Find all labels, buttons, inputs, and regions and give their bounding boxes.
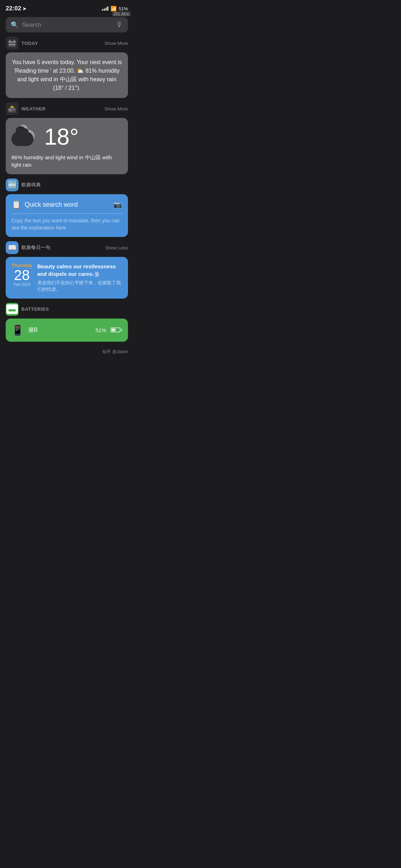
daily-sentence-card: Thursday 28 Feb 2019 Beauty calms our re… bbox=[6, 257, 128, 298]
daily-sentence-section-header: 📖 欧路每日一句 Show Less bbox=[6, 241, 128, 254]
cloud-icon bbox=[11, 126, 40, 148]
camera-icon[interactable]: 📷 bbox=[113, 200, 122, 209]
weather-show-more-button[interactable]: Show More bbox=[104, 106, 128, 112]
sentence-english: Beauty calms our restlessness and dispel… bbox=[37, 263, 122, 278]
svg-rect-5 bbox=[9, 44, 11, 45]
svg-rect-7 bbox=[14, 44, 15, 45]
temperature-display: 18° bbox=[44, 124, 79, 150]
search-placeholder: Search bbox=[22, 21, 112, 29]
today-show-more-button[interactable]: Show More bbox=[104, 41, 128, 46]
battery-level-text: 51% bbox=[96, 327, 106, 333]
ouludict-section-title: 欧路词典 bbox=[21, 182, 41, 188]
phone-icon: 📱 bbox=[11, 324, 24, 336]
svg-rect-2 bbox=[8, 41, 16, 43]
batteries-app-icon: ▬ bbox=[6, 303, 19, 316]
daily-sentence-app-icon: 📖 bbox=[6, 241, 19, 254]
ouludict-section-header: 🔤 欧路词典 bbox=[6, 179, 128, 191]
daily-sentence-section-title: 欧路每日一句 bbox=[21, 244, 50, 251]
status-time: 22:02 ➤ bbox=[6, 5, 26, 12]
battery-percentage: 51% bbox=[119, 6, 128, 11]
today-widget-section: TODAY Show More You have 5 events today.… bbox=[6, 37, 128, 98]
today-card-text: You have 5 events today. Your next event… bbox=[11, 58, 122, 92]
svg-rect-6 bbox=[11, 44, 13, 45]
sentence-chinese: 美使我们不安的心平静下来，也驱散了我们的忧虑。 bbox=[37, 280, 122, 293]
weather-section-title: WEATHER bbox=[21, 106, 46, 112]
weather-app-icon bbox=[6, 102, 19, 115]
ouludict-card[interactable]: 📋 Quick search word 📷 Copy the text you … bbox=[6, 194, 128, 237]
today-section-title: TODAY bbox=[21, 41, 38, 46]
signal-bars-icon bbox=[102, 6, 108, 11]
weather-section-header: WEATHER Show More bbox=[6, 102, 128, 115]
svg-rect-3 bbox=[10, 40, 10, 42]
quick-search-label: Quick search word bbox=[25, 201, 110, 208]
month-year-label: Feb 2019 bbox=[11, 282, 32, 286]
quick-search-row[interactable]: 📋 Quick search word 📷 bbox=[11, 200, 122, 214]
battery-visual-icon bbox=[110, 327, 122, 332]
network-speed-badge: 251.2K/s bbox=[112, 11, 131, 16]
svg-point-12 bbox=[10, 107, 16, 111]
batteries-section-header: ▬ BATTERIES bbox=[6, 303, 128, 316]
today-app-icon bbox=[6, 37, 19, 50]
search-icon: 🔍 bbox=[11, 21, 19, 29]
microphone-icon[interactable]: 🎙 bbox=[116, 21, 123, 29]
ouludict-widget-section: 🔤 欧路词典 📋 Quick search word 📷 Copy the te… bbox=[6, 179, 128, 237]
search-bar[interactable]: 🔍 Search 🎙 bbox=[6, 17, 128, 32]
ouludict-app-icon: 🔤 bbox=[6, 179, 19, 191]
batteries-section-title: BATTERIES bbox=[21, 306, 49, 312]
status-right: 📶 51% bbox=[102, 6, 128, 11]
quick-search-hint: Copy the text you want to translate, the… bbox=[11, 217, 122, 231]
daily-sentence-show-less-button[interactable]: Show Less bbox=[105, 245, 128, 250]
batteries-widget-section: ▬ BATTERIES 📱 黛B 51% bbox=[6, 303, 128, 342]
today-card: You have 5 events today. Your next event… bbox=[6, 52, 128, 98]
sentence-block: Beauty calms our restlessness and dispel… bbox=[37, 263, 122, 293]
device-name: 黛B bbox=[28, 326, 91, 334]
watermark: 知乎 @Jason bbox=[0, 346, 134, 356]
svg-rect-4 bbox=[14, 40, 15, 42]
date-block: Thursday 28 Feb 2019 bbox=[11, 263, 32, 293]
weather-description: 86% humidity and light wind in 中山區 with … bbox=[11, 154, 122, 169]
weather-main: 18° bbox=[11, 124, 122, 150]
day-number: 28 bbox=[11, 268, 32, 282]
batteries-card: 📱 黛B 51% bbox=[6, 319, 128, 342]
wifi-icon: 📶 bbox=[110, 6, 117, 11]
weather-widget-section: WEATHER Show More 18° 86% humidity and l… bbox=[6, 102, 128, 174]
daily-sentence-widget-section: 📖 欧路每日一句 Show Less Thursday 28 Feb 2019 … bbox=[6, 241, 128, 298]
quick-search-icon: 📋 bbox=[11, 200, 21, 209]
weather-card: 18° 86% humidity and light wind in 中山區 w… bbox=[6, 118, 128, 174]
battery-device-row: 📱 黛B 51% bbox=[11, 324, 122, 336]
location-icon: ➤ bbox=[22, 6, 26, 11]
today-section-header: TODAY Show More bbox=[6, 37, 128, 50]
